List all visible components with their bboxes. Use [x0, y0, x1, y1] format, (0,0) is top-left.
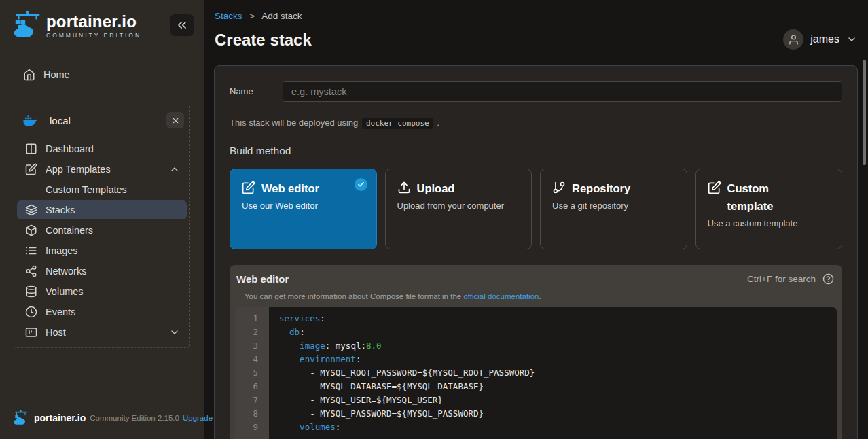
host-icon	[25, 326, 37, 338]
sidebar-item-custom-templates[interactable]: Custom Templates	[17, 180, 187, 199]
events-icon	[25, 306, 37, 318]
app-templates-icon	[25, 163, 37, 175]
sidebar-item-dashboard[interactable]: Dashboard	[17, 139, 187, 158]
networks-icon	[25, 265, 37, 277]
user-menu[interactable]: james	[783, 29, 857, 50]
build-method-subtitle: Use a custom template	[708, 218, 831, 228]
footer-brand: portainer.io	[34, 412, 86, 423]
logo-text: portainer.io COMMUNITY EDITION	[46, 12, 170, 39]
build-method-title-text: Upload	[417, 179, 455, 197]
docker-whale-icon	[22, 112, 39, 128]
web-editor-header: Web editor Ctrl+F for search	[235, 273, 837, 285]
chevron-down-icon	[169, 327, 180, 338]
web-editor-panel: Web editor Ctrl+F for search You can get…	[230, 265, 842, 439]
sidebar-logo-row: portainer.io COMMUNITY EDITION	[0, 0, 204, 41]
code-segment: :	[336, 422, 341, 432]
page-scrollbar-thumb[interactable]	[863, 60, 866, 165]
code-line: - MYSQL_ROOT_PASSWORD=${MYSQL_ROOT_PASSW…	[279, 366, 837, 380]
build-method-web-editor[interactable]: Web editorUse our Web editor	[230, 169, 377, 249]
search-hint-text: Ctrl+F for search	[747, 274, 816, 284]
code-line: - MYSQL_USER=${MYSQL_USER}	[279, 393, 837, 407]
code-segment	[279, 422, 300, 432]
line-number: 1	[235, 312, 258, 326]
sidebar-item-networks[interactable]: Networks	[17, 262, 187, 281]
code-pane[interactable]: services: db: image: mysql:8.0 environme…	[269, 307, 837, 439]
deploy-note-prefix: This stack will be deployed using	[230, 118, 358, 128]
environment-section: local DashboardApp TemplatesCustom Templ…	[14, 105, 190, 348]
build-method-title-text: Custom template	[727, 179, 810, 215]
code-segment	[279, 354, 300, 364]
line-number: 4	[235, 353, 258, 366]
help-circle-icon[interactable]	[822, 273, 834, 285]
build-method-custom-template[interactable]: Custom templateUse a custom template	[695, 169, 843, 249]
logo-subtitle: COMMUNITY EDITION	[46, 32, 170, 39]
line-number: 8	[235, 407, 258, 421]
code-segment: - MYSQL_USER=${MYSQL_USER}	[279, 395, 443, 405]
code-segment: environment	[300, 354, 356, 364]
sidebar-item-events[interactable]: Events	[17, 302, 187, 321]
sidebar-item-stacks[interactable]: Stacks	[17, 200, 187, 220]
environment-close-button[interactable]	[166, 112, 184, 128]
sidebar-item-app-templates[interactable]: App Templates	[17, 160, 187, 179]
environment-name: local	[50, 115, 166, 126]
sidebar-item-home[interactable]: Home	[15, 65, 189, 84]
volumes-icon	[25, 285, 37, 298]
page-title: Create stack	[215, 31, 312, 50]
code-line: - MYSQL_DATABASE=${MYSQL_DATABASE}	[279, 380, 837, 393]
create-stack-card: Name This stack will be deployed using d…	[214, 65, 858, 439]
chevron-down-icon	[846, 34, 857, 45]
dashboard-icon	[25, 143, 37, 155]
code-segment: - MYSQL_PASSWORD=${MYSQL_PASSWORD}	[279, 408, 484, 419]
selected-check-badge	[355, 178, 367, 191]
line-number: 2	[235, 326, 258, 339]
code-segment	[279, 340, 300, 351]
home-icon	[23, 69, 35, 81]
code-line: environment:	[279, 353, 837, 366]
sidebar-item-volumes[interactable]: Volumes	[17, 282, 187, 301]
sidebar-item-images[interactable]: Images	[17, 241, 187, 260]
build-method-title: Web editor	[242, 179, 365, 197]
build-method-upload[interactable]: UploadUpload from your computer	[385, 169, 532, 249]
images-icon	[25, 245, 37, 257]
compose-info-text: You can get more information about Compo…	[245, 292, 837, 300]
build-method-subtitle: Use a git repository	[552, 200, 675, 211]
code-segment: db	[289, 327, 300, 337]
build-method-title: Upload	[397, 179, 520, 197]
sidebar-item-label: Stacks	[46, 205, 180, 215]
portainer-footer-logo-icon	[12, 409, 30, 427]
line-number-gutter: 123456789	[235, 307, 269, 439]
build-method-subtitle: Upload from your computer	[397, 200, 520, 211]
sidebar-item-containers[interactable]: Containers	[17, 221, 187, 240]
stack-name-input[interactable]	[283, 81, 842, 102]
sidebar-item-label: Networks	[46, 266, 180, 277]
environment-menu: DashboardApp TemplatesCustom TemplatesSt…	[16, 133, 188, 342]
code-segment: image	[300, 340, 325, 351]
sidebar-item-label: Host	[46, 327, 169, 338]
code-line: - MYSQL_PASSWORD=${MYSQL_PASSWORD}	[279, 407, 837, 421]
environment-header[interactable]: local	[16, 108, 188, 133]
code-segment: - MYSQL_DATABASE=${MYSQL_DATABASE}	[279, 381, 484, 391]
breadcrumb-stacks-link[interactable]: Stacks	[215, 11, 242, 21]
git-branch-icon	[552, 181, 566, 194]
build-method-options: Web editorUse our Web editorUploadUpload…	[230, 169, 842, 249]
code-segment: :	[356, 354, 361, 364]
line-number: 6	[235, 380, 258, 393]
build-method-heading: Build method	[230, 145, 842, 157]
name-label: Name	[230, 86, 283, 96]
sidebar-item-host[interactable]: Host	[17, 323, 187, 342]
sidebar-item-label: App Templates	[46, 164, 169, 175]
code-segment: volumes	[300, 422, 336, 432]
code-segment: services	[279, 313, 320, 323]
line-number: 5	[235, 366, 258, 380]
stacks-icon	[25, 204, 37, 216]
line-number: 3	[235, 339, 258, 353]
official-documentation-link[interactable]: official documentation	[463, 292, 539, 300]
code-line: services:	[279, 312, 837, 326]
user-name: james	[810, 33, 839, 46]
search-hint: Ctrl+F for search	[747, 273, 834, 285]
avatar	[783, 29, 803, 50]
build-method-repository[interactable]: RepositoryUse a git repository	[540, 169, 687, 249]
compose-info-suffix: .	[539, 292, 541, 300]
sidebar-item-label: Dashboard	[46, 143, 180, 154]
sidebar-collapse-button[interactable]	[170, 14, 194, 36]
